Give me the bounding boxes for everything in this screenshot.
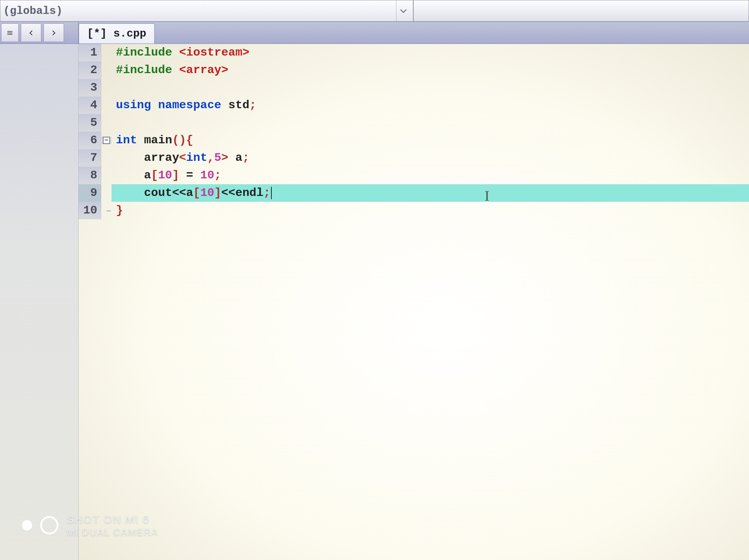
- nav-back-button[interactable]: [21, 23, 41, 42]
- line-number: 10: [79, 202, 101, 219]
- watermark-line2: MI DUAL CAMERA: [67, 526, 158, 538]
- code-text: #include <iostream>: [112, 44, 749, 61]
- code-line[interactable]: 5: [79, 114, 749, 132]
- line-number: 2: [79, 61, 101, 79]
- scope-combobox-label: (globals): [3, 5, 63, 17]
- line-number: 6: [79, 132, 101, 149]
- code-text: array<int,5> a;: [112, 149, 749, 167]
- text-caret: [271, 187, 272, 199]
- code-text: }: [112, 202, 749, 219]
- code-line[interactable]: 3: [79, 79, 749, 97]
- code-line[interactable]: 7 array<int,5> a;: [79, 149, 749, 167]
- nav-forward-button[interactable]: [44, 23, 64, 42]
- code-text: int main(){: [112, 132, 749, 149]
- line-number: 8: [79, 167, 101, 184]
- tab-bar: [*] s.cpp: [0, 22, 749, 44]
- svg-rect-1: [7, 33, 12, 33]
- line-number: 7: [79, 149, 101, 167]
- watermark-text: SHOT ON MI 6 MI DUAL CAMERA: [67, 512, 158, 538]
- code-text: a[10] = 10;: [112, 167, 749, 184]
- svg-rect-0: [7, 31, 12, 32]
- scope-combobox[interactable]: (globals): [0, 0, 413, 22]
- file-tab-active[interactable]: [*] s.cpp: [79, 23, 155, 43]
- minimize-panel-button[interactable]: [1, 23, 19, 42]
- line-number: 5: [79, 114, 101, 132]
- line-number: 1: [79, 44, 101, 61]
- editor-left-margin: [0, 44, 79, 560]
- photo-watermark: SHOT ON MI 6 MI DUAL CAMERA: [22, 512, 158, 538]
- code-line[interactable]: 10 }: [79, 202, 749, 219]
- watermark-circle-icon: [40, 516, 59, 534]
- watermark-dot-icon: [22, 520, 32, 530]
- code-line-current[interactable]: 9 cout<<a[10]<<endl;: [79, 184, 749, 202]
- line-number: 4: [79, 97, 101, 114]
- code-line[interactable]: 2 #include <array>: [79, 61, 749, 79]
- fold-gutter[interactable]: −: [101, 137, 112, 144]
- code-text: #include <array>: [112, 61, 749, 79]
- file-tab-label: [*] s.cpp: [87, 27, 146, 40]
- code-text: using namespace std;: [112, 97, 749, 114]
- tab-tools: [0, 22, 79, 43]
- chevron-down-icon[interactable]: [396, 0, 410, 21]
- scope-bar: (globals): [0, 0, 749, 22]
- code-text: cout<<a[10]<<endl;: [112, 184, 749, 202]
- line-number: 9: [79, 184, 101, 202]
- editor: 1 #include <iostream> 2 #include <array>…: [0, 44, 749, 560]
- scope-combobox-secondary[interactable]: [413, 0, 749, 22]
- watermark-line1: SHOT ON MI 6: [67, 512, 158, 526]
- mouse-ibeam-cursor: I: [485, 187, 489, 204]
- code-area[interactable]: 1 #include <iostream> 2 #include <array>…: [79, 44, 749, 560]
- fold-toggle-icon[interactable]: −: [103, 137, 110, 144]
- code-line[interactable]: 8 a[10] = 10;: [79, 167, 749, 184]
- code-line[interactable]: 4 using namespace std;: [79, 97, 749, 114]
- code-line[interactable]: 6 − int main(){: [79, 132, 749, 149]
- svg-rect-2: [7, 34, 12, 35]
- code-line[interactable]: 1 #include <iostream>: [79, 44, 749, 61]
- line-number: 3: [79, 79, 101, 97]
